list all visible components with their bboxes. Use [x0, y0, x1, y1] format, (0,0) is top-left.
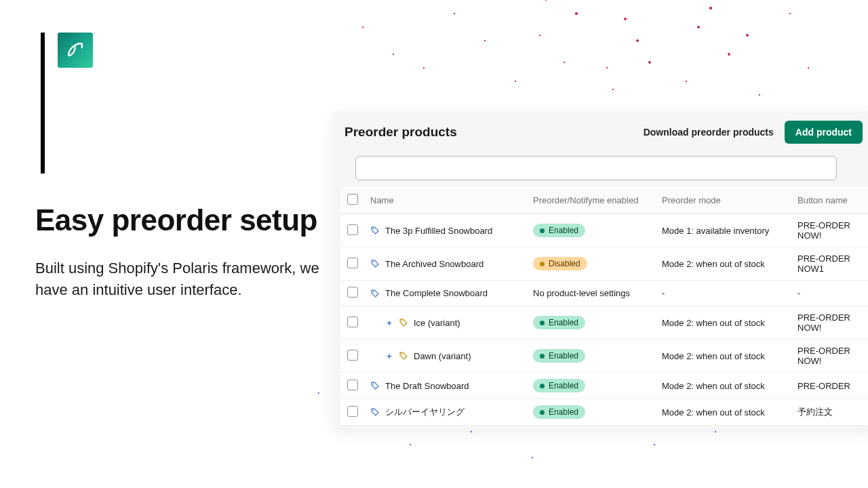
- table-row[interactable]: The Complete SnowboardNo product-level s…: [340, 281, 868, 306]
- tag-icon: [370, 226, 380, 235]
- svg-point-2: [373, 291, 374, 292]
- button-name-cell: PRE-ORDER NOW!: [792, 340, 868, 373]
- col-mode[interactable]: Preorder mode: [656, 187, 792, 214]
- button-name-cell: PRE-ORDER: [792, 373, 868, 399]
- table-row[interactable]: The Archived SnowboardDisabledMode 2: wh…: [340, 247, 868, 281]
- marketing-block: Easy preorder setup Built using Shopify'…: [35, 33, 334, 301]
- status-label: Enabled: [549, 318, 578, 327]
- panel-header: Preorder products Download preorder prod…: [332, 111, 868, 152]
- row-checkbox[interactable]: [347, 287, 358, 298]
- row-checkbox[interactable]: [347, 317, 358, 327]
- download-preorder-products-button[interactable]: Download preorder products: [644, 127, 774, 138]
- row-checkbox[interactable]: [347, 224, 358, 235]
- mode-cell: Mode 1: available inventory: [656, 214, 792, 247]
- product-name: The 3p Fulfilled Snowboard: [385, 226, 492, 236]
- button-name-cell: PRE-ORDER NOW!: [792, 214, 868, 247]
- mode-cell: Mode 2: when out of stock: [656, 399, 792, 426]
- svg-point-4: [401, 354, 403, 355]
- col-button[interactable]: Button name: [792, 187, 868, 214]
- preorder-products-panel: Preorder products Download preorder prod…: [332, 111, 868, 428]
- leaf-arrow-icon: [64, 39, 87, 62]
- status-label: Enabled: [549, 407, 578, 417]
- status-dot-icon: [540, 410, 545, 415]
- status-dot-icon: [540, 321, 545, 325]
- product-name: The Draft Snowboard: [385, 381, 469, 391]
- status-dot-icon: [540, 354, 545, 359]
- mode-cell: -: [656, 281, 792, 306]
- row-checkbox[interactable]: [347, 406, 358, 417]
- status-dot-icon: [540, 384, 545, 388]
- table-row[interactable]: シルバーイヤリングEnabledMode 2: when out of stoc…: [340, 399, 868, 426]
- headline: Easy preorder setup: [35, 203, 334, 237]
- status-label: Enabled: [549, 381, 578, 390]
- table-row[interactable]: The Draft SnowboardEnabledMode 2: when o…: [340, 373, 868, 399]
- add-product-button[interactable]: Add product: [785, 121, 863, 144]
- panel-title: Preorder products: [344, 125, 644, 140]
- product-name: Ice (variant): [414, 318, 460, 328]
- status-label: Disabled: [549, 259, 580, 268]
- tag-icon: [370, 259, 380, 268]
- select-all-checkbox[interactable]: [347, 194, 358, 205]
- products-table: Name Preorder/Notifyme enabled Preorder …: [340, 187, 868, 426]
- mode-cell: Mode 2: when out of stock: [656, 247, 792, 281]
- expand-icon[interactable]: +: [385, 318, 393, 328]
- table-row[interactable]: +Dawn (variant)EnabledMode 2: when out o…: [340, 340, 868, 373]
- tag-icon: [399, 318, 408, 327]
- subheadline: Built using Shopify's Polaris framework,…: [35, 258, 334, 301]
- product-name: The Complete Snowboard: [385, 288, 488, 298]
- status-badge: Enabled: [533, 316, 585, 329]
- expand-icon[interactable]: +: [385, 351, 393, 361]
- status-badge: Enabled: [533, 405, 585, 419]
- col-name[interactable]: Name: [365, 187, 528, 214]
- row-checkbox[interactable]: [347, 380, 358, 390]
- product-name: The Archived Snowboard: [385, 259, 484, 269]
- mode-cell: Mode 2: when out of stock: [656, 340, 792, 373]
- tag-icon: [370, 381, 380, 390]
- svg-point-5: [373, 384, 374, 385]
- svg-point-3: [401, 321, 403, 322]
- status-dot-icon: [540, 228, 545, 233]
- tag-icon: [399, 351, 408, 361]
- product-name: Dawn (variant): [414, 351, 471, 361]
- status-badge: Enabled: [533, 349, 585, 363]
- status-dot-icon: [540, 262, 545, 266]
- col-status[interactable]: Preorder/Notifyme enabled: [528, 187, 656, 214]
- button-name-cell: 予約注文: [792, 399, 868, 426]
- button-name-cell: PRE-ORDER NOW!: [792, 306, 868, 340]
- status-badge: Disabled: [533, 257, 587, 270]
- svg-point-1: [373, 262, 374, 263]
- status-text: No product-level settings: [533, 288, 630, 298]
- mode-cell: Mode 2: when out of stock: [656, 306, 792, 340]
- tag-icon: [370, 289, 380, 298]
- row-checkbox[interactable]: [347, 350, 358, 361]
- table-row[interactable]: +Ice (variant)EnabledMode 2: when out of…: [340, 306, 868, 340]
- button-name-cell: -: [792, 281, 868, 306]
- status-label: Enabled: [549, 351, 578, 361]
- status-badge: Enabled: [533, 379, 585, 392]
- svg-point-6: [373, 410, 374, 411]
- row-checkbox[interactable]: [347, 258, 358, 268]
- mode-cell: Mode 2: when out of stock: [656, 373, 792, 399]
- status-label: Enabled: [549, 226, 578, 235]
- tag-icon: [370, 407, 380, 417]
- table-row[interactable]: The 3p Fulfilled SnowboardEnabledMode 1:…: [340, 214, 868, 247]
- product-name: シルバーイヤリング: [385, 406, 465, 418]
- app-logo: [58, 33, 93, 68]
- search-input[interactable]: [355, 156, 837, 180]
- status-badge: Enabled: [533, 224, 585, 237]
- button-name-cell: PRE-ORDER NOW1: [792, 247, 868, 281]
- svg-point-0: [373, 228, 374, 230]
